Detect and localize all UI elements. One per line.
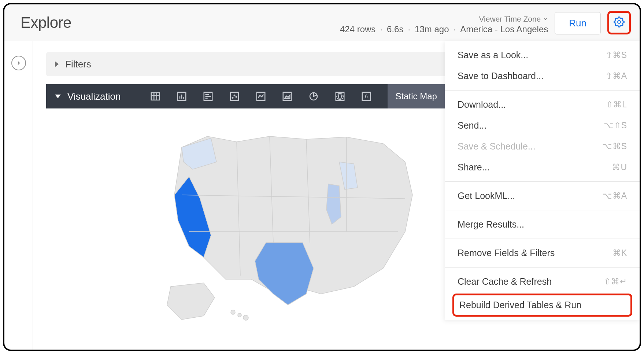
filters-label: Filters — [65, 59, 91, 70]
menu-share[interactable]: Share... ⌘U — [445, 157, 640, 178]
pie-viz-icon[interactable] — [300, 84, 327, 108]
query-stats: 424 rows · 6.6s · 13m ago · America - Lo… — [340, 24, 548, 34]
menu-rebuild-highlight: Rebuild Derived Tables & Run — [452, 294, 632, 317]
caret-right-icon — [55, 61, 59, 67]
timezone-label: Viewer Time Zone — [479, 15, 541, 23]
usa-map-icon — [149, 122, 434, 327]
svg-point-31 — [231, 310, 235, 314]
map-viz-icon[interactable] — [327, 84, 353, 108]
menu-item-label: Get LookML... — [458, 191, 515, 201]
svg-point-14 — [232, 97, 233, 99]
menu-separator — [445, 210, 640, 210]
line-viz-icon[interactable] — [248, 84, 274, 108]
svg-rect-1 — [151, 93, 159, 100]
gear-icon[interactable] — [614, 16, 625, 29]
menu-rebuild-derived-tables[interactable]: Rebuild Derived Tables & Run — [454, 295, 630, 315]
menu-item-shortcut: ⇧⌘S — [605, 50, 627, 60]
menu-item-label: Download... — [458, 99, 506, 110]
timezone-value: America - Los Angeles — [460, 24, 548, 34]
menu-item-shortcut: ⇧⌘A — [605, 71, 627, 81]
svg-point-33 — [243, 315, 248, 320]
page-title: Explore — [21, 14, 71, 32]
menu-get-lookml[interactable]: Get LookML... ⌥⌘A — [445, 185, 640, 206]
svg-point-22 — [338, 93, 341, 100]
menu-download[interactable]: Download... ⇧⌘L — [445, 94, 640, 115]
bar-viz-icon[interactable] — [195, 84, 221, 108]
expand-sidebar-button[interactable] — [11, 56, 26, 70]
menu-separator — [445, 239, 640, 239]
svg-point-16 — [236, 96, 237, 97]
menu-item-shortcut: ⌥⌘S — [602, 141, 627, 151]
svg-text:6: 6 — [365, 94, 368, 99]
row-count: 424 rows — [340, 24, 375, 34]
settings-highlight — [607, 11, 631, 34]
menu-item-label: Clear Cache & Refresh — [458, 276, 552, 287]
menu-item-label: Save as a Look... — [458, 50, 528, 60]
menu-clear-cache-refresh[interactable]: Clear Cache & Refresh ⇧⌘↵ — [445, 271, 640, 292]
top-bar: Explore Viewer Time Zone 424 rows · 6.6s… — [4, 4, 640, 41]
menu-item-shortcut: ⌥⇧S — [604, 121, 627, 130]
menu-item-label: Rebuild Derived Tables & Run — [459, 300, 581, 310]
menu-send[interactable]: Send... ⌥⇧S — [445, 115, 640, 136]
menu-item-label: Share... — [458, 162, 490, 173]
svg-point-15 — [234, 95, 235, 96]
chevron-down-icon — [543, 15, 548, 23]
active-viz-tab[interactable]: Static Map — [388, 84, 445, 108]
menu-item-shortcut: ⇧⌘L — [606, 100, 627, 110]
menu-item-shortcut: ⌘U — [612, 162, 627, 172]
menu-save-as-look[interactable]: Save as a Look... ⇧⌘S — [445, 45, 640, 66]
timezone-selector[interactable]: Viewer Time Zone — [479, 15, 548, 23]
single-value-viz-icon[interactable]: 6 — [353, 84, 380, 108]
menu-item-shortcut: ⌘K — [612, 248, 627, 258]
menu-item-label: Merge Results... — [458, 219, 524, 230]
query-duration: 6.6s — [387, 24, 403, 34]
menu-item-label: Remove Fields & Filters — [458, 248, 555, 258]
query-age: 13m ago — [415, 24, 449, 34]
viz-type-toolbar: 6 — [142, 84, 380, 108]
svg-point-32 — [238, 313, 241, 317]
menu-separator — [445, 90, 640, 91]
gear-dropdown-menu: Save as a Look... ⇧⌘S Save to Dashboard.… — [445, 41, 640, 320]
menu-item-label: Save to Dashboard... — [458, 71, 544, 81]
scatter-viz-icon[interactable] — [221, 84, 248, 108]
area-viz-icon[interactable] — [274, 84, 300, 108]
run-button[interactable]: Run — [555, 12, 601, 34]
column-viz-icon[interactable] — [169, 84, 195, 108]
caret-down-icon — [55, 95, 61, 98]
visualization-label: Visualization — [67, 91, 121, 102]
menu-item-shortcut: ⌥⌘A — [602, 191, 627, 201]
menu-merge-results[interactable]: Merge Results... — [445, 214, 640, 235]
menu-save-schedule: Save & Schedule... ⌥⌘S — [445, 136, 640, 157]
svg-point-0 — [618, 21, 621, 23]
menu-save-to-dashboard[interactable]: Save to Dashboard... ⇧⌘A — [445, 66, 640, 86]
table-viz-icon[interactable] — [142, 84, 169, 108]
menu-remove-fields-filters[interactable]: Remove Fields & Filters ⌘K — [445, 243, 640, 263]
menu-separator — [445, 181, 640, 182]
menu-item-shortcut: ⇧⌘↵ — [604, 277, 627, 287]
menu-separator — [445, 267, 640, 268]
menu-item-label: Save & Schedule... — [458, 141, 536, 152]
svg-point-21 — [337, 93, 343, 100]
menu-item-label: Send... — [458, 120, 486, 131]
left-rail — [4, 41, 33, 350]
